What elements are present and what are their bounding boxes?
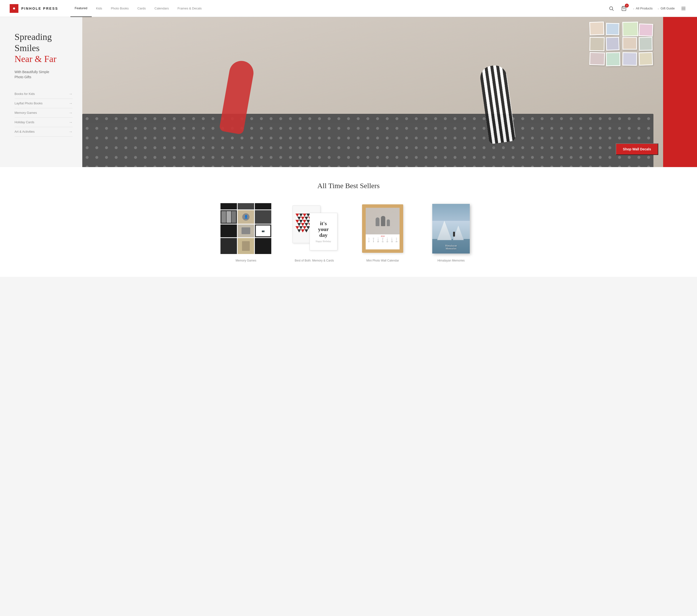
svg-marker-18 xyxy=(299,220,303,223)
hero-subtext-line2: Photo Gifts xyxy=(15,75,31,79)
svg-marker-12 xyxy=(297,217,301,220)
hero-headline: Spreading Smiles Near & Far xyxy=(15,31,73,65)
product-image-cards: it'syourday Happy Birthday xyxy=(284,202,345,255)
cart-count: 3 xyxy=(625,4,629,8)
product-image-book: HimalayanMemories xyxy=(420,202,482,255)
logo[interactable]: PINHOLE PRESS xyxy=(10,4,58,13)
hero-children-photo xyxy=(82,62,653,167)
nav-featured[interactable]: Featured xyxy=(71,0,92,17)
hero-subtext: With Beautifully Simple Photo Gifts xyxy=(15,70,73,80)
svg-marker-27 xyxy=(299,226,303,229)
hero-link-label: Holiday Cards xyxy=(15,120,34,124)
nav-right: 3 ⌄ All Products ⌄ Gift Guide xyxy=(607,4,687,12)
svg-marker-31 xyxy=(301,229,305,233)
gift-guide-dropdown[interactable]: ⌄ Gift Guide xyxy=(657,6,675,10)
hero-link-art[interactable]: Art & Activities → xyxy=(15,127,73,136)
hero-link-layflat[interactable]: Layflat Photo Books → xyxy=(15,99,73,108)
nav-cards[interactable]: Cards xyxy=(133,0,150,17)
svg-marker-23 xyxy=(301,223,305,226)
card-front: it'syourday Happy Birthday xyxy=(310,213,337,250)
calendar-photo xyxy=(366,208,400,234)
nav-calendars[interactable]: Calendars xyxy=(150,0,173,17)
svg-marker-28 xyxy=(303,226,307,229)
hero-left-panel: Spreading Smiles Near & Far With Beautif… xyxy=(0,17,82,167)
calendar-year: 2016 xyxy=(367,235,399,237)
calendar-inner: 2016 S M T W T F S 1 2 3 xyxy=(366,208,400,249)
site-name: PINHOLE PRESS xyxy=(21,6,58,11)
hero-link-label: Books for Kids xyxy=(15,92,35,96)
hero-links-list: Books for Kids → Layflat Photo Books → M… xyxy=(15,89,73,136)
shop-wall-decals-button[interactable]: Shop Wall Decals xyxy=(616,143,658,155)
svg-marker-32 xyxy=(305,229,308,233)
hero-link-books-kids[interactable]: Books for Kids → xyxy=(15,89,73,99)
chevron-down-icon: ⌄ xyxy=(657,7,659,10)
bestsellers-title: All Time Best Sellers xyxy=(10,181,687,190)
all-products-dropdown[interactable]: ⌄ All Products xyxy=(633,6,652,10)
hero-image-area: Shop Wall Decals xyxy=(82,17,697,167)
product-name: Best of Both: Memory & Cards xyxy=(295,259,334,262)
product-card-memory-games[interactable]: 👤 📷 xyxy=(216,202,277,262)
search-button[interactable] xyxy=(607,4,615,12)
nav-photo-books[interactable]: Photo Books xyxy=(106,0,133,17)
product-card-cards[interactable]: it'syourday Happy Birthday Best of Both:… xyxy=(284,202,345,262)
svg-line-1 xyxy=(612,10,613,11)
nav-kids[interactable]: Kids xyxy=(92,0,106,17)
menu-button[interactable] xyxy=(680,4,687,12)
svg-marker-19 xyxy=(303,220,307,223)
bestsellers-section: All Time Best Sellers xyxy=(0,167,697,277)
svg-marker-22 xyxy=(297,223,301,226)
svg-marker-8 xyxy=(303,214,307,217)
product-name: Memory Games xyxy=(236,259,256,262)
svg-point-0 xyxy=(610,6,613,10)
calendar-grid: 2016 S M T W T F S 1 2 3 xyxy=(366,234,400,249)
hero-subtext-line1: With Beautifully Simple xyxy=(15,70,49,74)
headline-line2: Smiles xyxy=(15,43,40,53)
headline-line1: Spreading xyxy=(15,32,52,42)
hero-link-label: Memory Games xyxy=(15,111,37,115)
product-name: Himalayan Memories xyxy=(437,259,465,262)
product-image-memory: 👤 📷 xyxy=(216,202,277,255)
all-products-label: All Products xyxy=(636,6,652,10)
arrow-right-icon: → xyxy=(69,130,73,134)
chevron-down-icon: ⌄ xyxy=(633,7,635,10)
svg-marker-7 xyxy=(299,214,303,217)
svg-marker-14 xyxy=(305,217,308,220)
product-card-calendar[interactable]: 2016 S M T W T F S 1 2 3 xyxy=(352,202,413,262)
hero-red-overlay xyxy=(663,17,697,167)
svg-marker-13 xyxy=(301,217,305,220)
cart-button[interactable]: 3 xyxy=(620,4,628,12)
hero-link-memory[interactable]: Memory Games → xyxy=(15,108,73,118)
hero-link-label: Layflat Photo Books xyxy=(15,101,43,105)
hero-link-label: Art & Activities xyxy=(15,130,34,133)
calendar-display: 2016 S M T W T F S 1 2 3 xyxy=(362,204,403,253)
book-title-text: HimalayanMemories xyxy=(445,244,457,250)
nav-frames[interactable]: Frames & Decals xyxy=(173,0,206,17)
arrow-right-icon: → xyxy=(69,111,73,115)
arrow-right-icon: → xyxy=(69,101,73,106)
svg-marker-6 xyxy=(296,214,299,217)
header: PINHOLE PRESS Featured Kids Photo Books … xyxy=(0,0,697,17)
headline-line3: Near & Far xyxy=(15,54,56,64)
svg-marker-30 xyxy=(297,229,301,233)
gift-guide-label: Gift Guide xyxy=(661,6,675,10)
product-name: Mini Photo Wall Calendar xyxy=(367,259,399,262)
product-card-book[interactable]: HimalayanMemories Himalayan Memories xyxy=(420,202,482,262)
calendar-days: S M T W T F S 1 2 3 4 5 xyxy=(367,237,399,243)
svg-marker-24 xyxy=(305,223,308,226)
card-front-line1: it'syourday xyxy=(318,221,329,238)
hero-link-holiday-cards[interactable]: Holiday Cards → xyxy=(15,118,73,127)
memory-mosaic: 👤 📷 xyxy=(221,203,271,254)
logo-icon xyxy=(10,4,18,13)
arrow-right-icon: → xyxy=(69,120,73,124)
svg-marker-17 xyxy=(296,220,299,223)
products-grid: 👤 📷 xyxy=(216,202,481,262)
cards-display: it'syourday Happy Birthday xyxy=(288,203,341,254)
hero-section: Spreading Smiles Near & Far With Beautif… xyxy=(0,17,697,167)
product-image-calendar: 2016 S M T W T F S 1 2 3 xyxy=(352,202,413,255)
logo-dot xyxy=(13,8,15,10)
card-subtext: Happy Birthday xyxy=(315,240,331,243)
svg-marker-26 xyxy=(296,226,299,229)
arrow-right-icon: → xyxy=(69,92,73,96)
book-display: HimalayanMemories xyxy=(432,204,470,253)
primary-nav: Featured Kids Photo Books Cards Calendar… xyxy=(71,0,608,17)
